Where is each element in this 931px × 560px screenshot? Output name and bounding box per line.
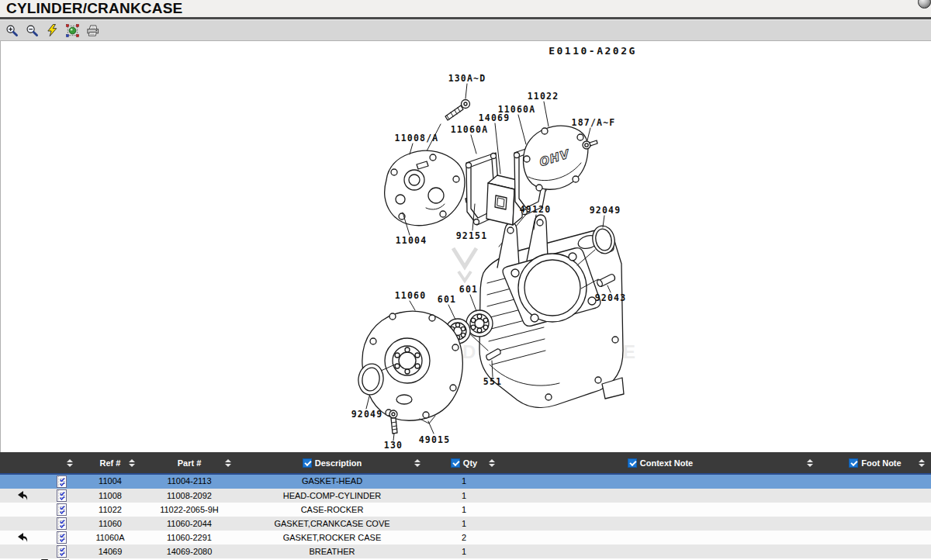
- image-map-button[interactable]: [64, 22, 80, 38]
- doc-cell[interactable]: [43, 517, 79, 531]
- part-label[interactable]: 130A~D: [448, 73, 486, 84]
- sort-icon[interactable]: [919, 459, 925, 467]
- part-sketch-130a-d[interactable]: [445, 100, 470, 121]
- doc-cell[interactable]: [43, 544, 79, 558]
- qty-cell: 2: [427, 531, 501, 544]
- back-arrow-icon[interactable]: [16, 532, 28, 543]
- parts-doc-icon[interactable]: [56, 503, 67, 516]
- corner-icon[interactable]: [918, 0, 931, 9]
- parts-doc-icon[interactable]: [56, 489, 67, 502]
- part-cell: 14069-2080: [141, 544, 237, 558]
- doc-cell[interactable]: [43, 489, 79, 503]
- table-row[interactable]: 11022 11022-2065-9H CASE-ROCKER 1: [0, 503, 931, 517]
- foot-note-cell: [819, 544, 931, 558]
- exploded-diagram: LEADVENTURE E0110-A202G: [1, 41, 931, 452]
- table-header: Ref # Part # Description Qty Context Not…: [0, 452, 931, 473]
- sort-icon[interactable]: [67, 459, 73, 467]
- part-cell: 11060-2291: [141, 531, 237, 544]
- table-row[interactable]: 11060A 11060-2291 GASKET,ROCKER CASE 2: [0, 531, 931, 544]
- foot-note-header-label: Foot Note: [861, 458, 901, 468]
- qty-header-label: Qty: [463, 458, 477, 468]
- part-label[interactable]: 551: [483, 376, 502, 387]
- hotspot-toggle-button[interactable]: [44, 22, 60, 38]
- diagram-code: E0110-A202G: [549, 45, 637, 57]
- foot-note-checkbox[interactable]: [849, 458, 858, 468]
- part-label[interactable]: 92151: [456, 230, 488, 241]
- table-row[interactable]: 11008 11008-2092 HEAD-COMP-CYLINDER 1: [0, 489, 931, 503]
- context-note-cell: [501, 503, 819, 517]
- part-sketch-187[interactable]: [583, 140, 597, 149]
- qty-cell: 1: [427, 503, 501, 517]
- image-map-icon: [66, 24, 79, 37]
- part-label[interactable]: 92043: [595, 292, 627, 303]
- header-part: Part #: [141, 452, 237, 473]
- header-description: Description: [237, 452, 427, 473]
- qty-cell: 1: [427, 517, 501, 531]
- link-cell: [0, 503, 43, 517]
- part-cell: 11004-2113: [141, 475, 237, 489]
- ref-cell: 11008: [79, 489, 141, 503]
- printer-icon: [86, 24, 99, 37]
- part-label[interactable]: 11004: [396, 235, 427, 246]
- part-sketch-11022[interactable]: OHV: [523, 126, 587, 191]
- table-row[interactable]: 11004 11004-2113 GASKET-HEAD 1: [0, 473, 931, 489]
- link-cell[interactable]: [0, 531, 43, 544]
- part-label[interactable]: 49015: [419, 434, 451, 445]
- zoom-out-button[interactable]: [24, 22, 40, 38]
- sort-icon[interactable]: [129, 459, 135, 467]
- description-cell: CASE-ROCKER: [237, 503, 427, 517]
- doc-cell[interactable]: [43, 531, 79, 544]
- part-label[interactable]: 187/A~F: [572, 117, 616, 128]
- part-label[interactable]: 130: [384, 440, 403, 451]
- part-header-label: Part #: [178, 458, 202, 468]
- print-button[interactable]: [85, 22, 100, 38]
- link-cell: [0, 517, 43, 531]
- part-label[interactable]: 14069: [479, 112, 510, 123]
- description-checkbox[interactable]: [303, 458, 312, 468]
- qty-checkbox[interactable]: [451, 458, 460, 468]
- parts-doc-icon[interactable]: [56, 475, 67, 488]
- part-label[interactable]: 92049: [351, 409, 383, 420]
- sort-icon[interactable]: [414, 459, 421, 467]
- part-label[interactable]: 601: [438, 294, 456, 305]
- parts-doc-icon[interactable]: [56, 531, 67, 544]
- sort-icon[interactable]: [225, 459, 231, 467]
- description-header-label: Description: [315, 458, 362, 468]
- zoom-out-icon: [26, 24, 39, 37]
- context-note-cell: [501, 544, 819, 558]
- context-note-header-label: Context Note: [640, 458, 693, 468]
- toolbar: [0, 19, 931, 41]
- ref-cell: 11022: [79, 503, 141, 517]
- part-label[interactable]: 11060A: [451, 124, 489, 135]
- parts-doc-icon[interactable]: [56, 545, 67, 558]
- zoom-in-button[interactable]: [4, 22, 19, 38]
- description-cell: GASKET-HEAD: [237, 475, 427, 489]
- link-cell[interactable]: [0, 489, 43, 503]
- part-sketch-130[interactable]: [389, 410, 397, 434]
- table-row[interactable]: 14069 14069-2080 BREATHER 1: [0, 544, 931, 558]
- back-arrow-icon[interactable]: [16, 490, 28, 501]
- sort-icon[interactable]: [807, 459, 813, 467]
- header-context-note: Context Note: [501, 452, 819, 473]
- title-bar: CYLINDER/CRANKCASE: [0, 0, 931, 17]
- part-label[interactable]: 11022: [528, 91, 559, 102]
- header-qty: Qty: [427, 452, 501, 473]
- part-label[interactable]: 49120: [520, 204, 552, 215]
- foot-note-cell: [819, 489, 931, 503]
- doc-cell[interactable]: [43, 475, 79, 489]
- part-label[interactable]: 92049: [590, 205, 621, 216]
- page-title: CYLINDER/CRANKCASE: [6, 0, 182, 17]
- part-label[interactable]: 11060: [395, 290, 427, 301]
- part-label[interactable]: 601: [459, 284, 478, 295]
- header-ref: Ref #: [79, 452, 141, 473]
- context-note-checkbox[interactable]: [628, 458, 637, 468]
- link-cell: [0, 475, 43, 489]
- part-cell: 11008-2092: [141, 489, 237, 503]
- parts-table: Ref # Part # Description Qty Context Not…: [0, 452, 931, 560]
- doc-cell[interactable]: [43, 503, 79, 517]
- table-row[interactable]: 11060 11060-2044 GASKET,CRANKCASE COVE 1: [0, 517, 931, 531]
- part-sketch-11008[interactable]: [385, 150, 465, 226]
- parts-doc-icon[interactable]: [56, 517, 67, 530]
- sort-icon[interactable]: [489, 459, 495, 467]
- part-label[interactable]: 11008/A: [395, 133, 439, 143]
